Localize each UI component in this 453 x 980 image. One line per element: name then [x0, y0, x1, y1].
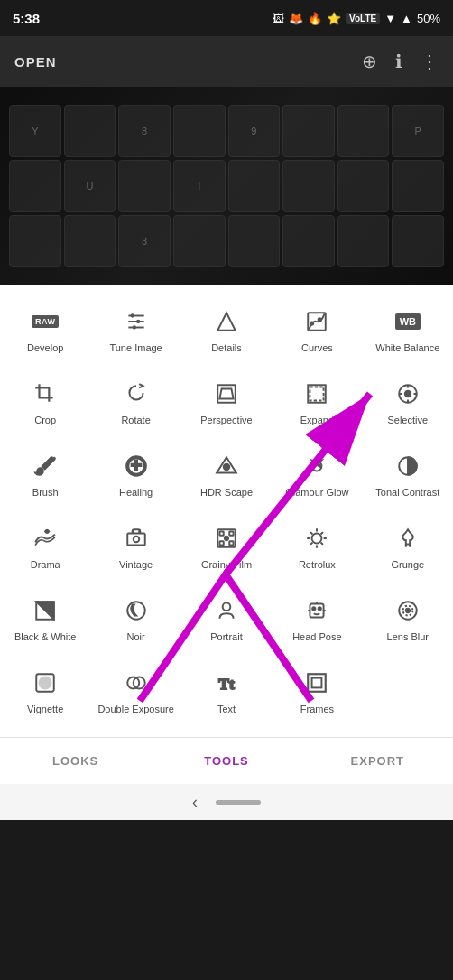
back-button[interactable]: ‹: [192, 793, 198, 812]
tools-grid: RAW Develop Tune Image: [0, 285, 453, 737]
tool-develop[interactable]: RAW Develop: [0, 294, 90, 367]
tool-glamour-glow[interactable]: Glamour Glow: [272, 439, 362, 511]
doubleexp-icon: [122, 668, 151, 697]
tool-retrolux[interactable]: Retrolux: [272, 511, 362, 583]
tool-expand[interactable]: Expand: [272, 367, 362, 439]
tool-head-pose[interactable]: Head Pose: [272, 583, 362, 656]
tool-vignette[interactable]: Vignette: [0, 656, 90, 728]
svg-point-49: [127, 602, 145, 620]
tool-black-white[interactable]: Black & White: [0, 583, 90, 656]
bw-icon: [31, 596, 60, 625]
tool-selective[interactable]: Selective: [363, 367, 453, 439]
lens-blur-label: Lens Blur: [387, 630, 429, 643]
key-6: [282, 105, 335, 157]
svg-line-44: [321, 532, 323, 534]
tool-rotate[interactable]: Rotate: [90, 367, 180, 439]
svg-rect-33: [229, 531, 233, 535]
vintage-icon: [122, 524, 151, 553]
key-20: [173, 215, 226, 267]
home-indicator[interactable]: [216, 800, 261, 805]
key-13: [228, 160, 281, 212]
tool-noir[interactable]: Noir: [90, 583, 180, 656]
crop-label: Crop: [34, 414, 56, 426]
svg-point-53: [319, 607, 321, 610]
tool-healing[interactable]: Healing: [90, 439, 180, 511]
volte-badge: VoLTE: [346, 13, 380, 24]
portrait-svg: [215, 599, 238, 622]
curves-label: Curves: [301, 341, 333, 354]
tonal-svg: [396, 454, 420, 478]
key-7: [337, 105, 390, 157]
tool-portrait[interactable]: Portrait: [181, 583, 272, 656]
noir-icon: [122, 596, 151, 625]
tune-svg: [125, 310, 148, 333]
tool-tonal-contrast[interactable]: Tonal Contrast: [363, 439, 453, 511]
tool-grainy-film[interactable]: Grainy Film: [181, 511, 272, 583]
headpose-svg: [305, 599, 328, 622]
nav-tools[interactable]: TOOLS: [151, 738, 301, 784]
tonal-icon: [393, 452, 422, 481]
nav-export[interactable]: EXPORT: [302, 738, 453, 784]
healing-icon: [122, 452, 151, 481]
svg-point-52: [313, 607, 316, 610]
curves-icon: [302, 307, 331, 336]
tools-label: TOOLS: [204, 754, 249, 768]
tool-drama[interactable]: Drama: [0, 511, 90, 583]
perspective-svg: [215, 382, 238, 406]
looks-label: LOOKS: [52, 754, 98, 768]
tool-details[interactable]: Details: [181, 294, 272, 367]
svg-rect-34: [219, 541, 223, 545]
tool-tune-image[interactable]: Tune Image: [90, 294, 180, 367]
more-icon[interactable]: ⋮: [421, 51, 439, 72]
key-2: [64, 105, 116, 157]
keyboard-photo: Y 8 9 P U I 3: [0, 87, 453, 285]
tool-perspective[interactable]: Perspective: [181, 367, 272, 439]
svg-point-6: [130, 313, 134, 317]
grainy-icon: [212, 524, 241, 553]
svg-rect-35: [229, 541, 233, 545]
key-22: [282, 215, 335, 267]
healing-svg: [125, 454, 148, 478]
tune-image-label: Tune Image: [109, 341, 162, 354]
time: 5:38: [13, 11, 40, 26]
tool-double-exposure[interactable]: Double Exposure: [90, 656, 180, 728]
status-bar: 5:38 🖼 🦊 🔥 ⭐ VoLTE ▼ ▲ 50%: [0, 0, 453, 36]
info-icon[interactable]: ℹ: [395, 51, 402, 72]
text-label: Text: [217, 703, 236, 715]
tool-hdr-scape[interactable]: HDR Scape: [181, 439, 272, 511]
photo-area: Y 8 9 P U I 3: [0, 87, 453, 285]
brush-label: Brush: [32, 486, 59, 499]
key-19: 3: [118, 215, 171, 267]
tool-lens-blur[interactable]: Lens Blur: [363, 583, 453, 656]
glamour-svg: [305, 454, 328, 478]
nav-bar: ‹: [0, 784, 453, 820]
svg-rect-61: [40, 677, 51, 688]
nav-looks[interactable]: LOOKS: [0, 738, 151, 784]
status-right: 🖼 🦊 🔥 ⭐ VoLTE ▼ ▲ 50%: [273, 12, 440, 25]
tool-white-balance[interactable]: WB White Balance: [363, 294, 453, 367]
rotate-svg: [125, 382, 148, 406]
battery-label: 50%: [417, 12, 440, 25]
tool-crop[interactable]: Crop: [0, 367, 90, 439]
tool-text[interactable]: Tt Text: [181, 656, 272, 728]
key-24: [392, 215, 444, 267]
key-3: 8: [118, 105, 171, 157]
tool-brush[interactable]: Brush: [0, 439, 90, 511]
frames-label: Frames: [300, 703, 334, 715]
layers-icon[interactable]: ⊕: [362, 51, 377, 72]
tool-curves[interactable]: Curves: [272, 294, 362, 367]
frames-icon: [302, 668, 331, 697]
tool-vintage[interactable]: Vintage: [90, 511, 180, 583]
lensblur-icon: [393, 596, 422, 625]
selective-icon: [393, 379, 422, 408]
svg-rect-65: [309, 674, 327, 692]
brush-svg: [33, 454, 57, 478]
tool-grunge[interactable]: Grunge: [363, 511, 453, 583]
tools-panel: RAW Develop Tune Image: [0, 285, 453, 737]
signal-icon: ▲: [401, 12, 412, 25]
black-white-label: Black & White: [14, 630, 76, 643]
hdr-icon: [212, 452, 241, 481]
selective-label: Selective: [387, 414, 428, 426]
tool-frames[interactable]: Frames: [272, 656, 362, 728]
expand-svg: [305, 382, 328, 406]
